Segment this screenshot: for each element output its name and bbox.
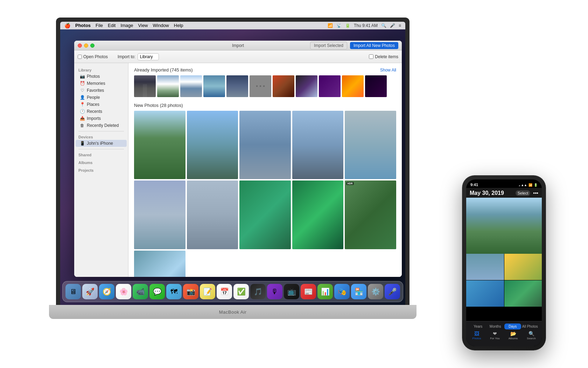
sidebar-item-recents[interactable]: 🕐 Recents [76,108,127,115]
new-photo-1[interactable] [134,111,186,179]
menubar-view[interactable]: View [138,23,148,28]
imported-photo-8[interactable] [296,75,317,97]
search-icon[interactable]: 🔍 [381,23,386,28]
sidebar-imports-label: Imports [87,116,101,121]
iphone-tab-all-photos[interactable]: All Photos [522,323,539,329]
maximize-button[interactable] [90,43,94,48]
dock-finder[interactable]: 🖥 [65,284,81,299]
battery-icon: 🔋 [345,23,350,28]
close-button[interactable] [78,43,82,48]
iphone-main-photo[interactable] [466,198,542,254]
hdr-badge: HDR [346,182,354,185]
sidebar-item-imports[interactable]: 📥 Imports [76,115,127,122]
dock-photos2[interactable]: 📸 [183,284,198,299]
iphone-grid-photo-2[interactable] [504,254,542,280]
imported-photo-4[interactable] [203,75,225,97]
control-center-icon[interactable]: ≡ [399,23,401,28]
delete-items-checkbox[interactable] [369,54,373,59]
new-photo-2[interactable] [187,111,238,179]
dock-messages[interactable]: 💬 [149,284,165,299]
iphone-nav-albums[interactable]: 📂 Albums [504,331,522,340]
imported-photo-7[interactable] [273,75,294,97]
sidebar-item-memories[interactable]: ⏰ Memories [76,80,127,87]
dock-photos[interactable]: 🌸 [116,284,131,299]
dock-news[interactable]: 📰 [301,284,316,299]
iphone-body: 9:41 ▲▲▲ 📶 🔋 May 30, 2019 Select ••• [462,175,546,350]
new-photo-5[interactable] [345,111,396,179]
iphone-grid-photo-4[interactable] [504,280,542,307]
new-photo-7[interactable] [187,180,238,249]
import-to-select[interactable]: Library [138,53,159,60]
siri-icon[interactable]: 🎤 [390,23,395,28]
sidebar-item-recently-deleted[interactable]: 🗑 Recently Deleted [76,122,127,129]
projects-label: Projects [74,167,128,173]
menubar-image[interactable]: Image [120,23,133,28]
new-photo-11[interactable] [134,251,186,277]
iphone-screen: 9:41 ▲▲▲ 📶 🔋 May 30, 2019 Select ••• [466,179,542,346]
imported-photo-10[interactable] [342,75,364,97]
new-photos-grid: HDR [134,111,396,277]
dock-safari[interactable]: 🧭 [99,284,114,299]
new-photo-9[interactable] [292,180,344,249]
sidebar-item-favorites[interactable]: ♡ Favorites [76,87,127,94]
iphone-nav-foryou[interactable]: ❤ For You [486,331,504,340]
dock-numbers[interactable]: 📊 [317,284,333,299]
delete-items-label: Delete items [375,54,398,59]
sidebar-item-photos[interactable]: 📷 Photos [76,73,127,80]
iphone-nav-photos[interactable]: 🖼 Photos [468,331,486,340]
dock-notes[interactable]: 📝 [200,284,215,299]
menubar-file[interactable]: File [96,23,103,28]
dock-calendar[interactable]: 📅 [217,284,232,299]
window-controls [78,43,94,48]
dock-music[interactable]: 🎵 [250,284,266,299]
new-photo-10[interactable]: HDR [345,180,396,249]
sidebar-item-people[interactable]: 👤 People [76,94,127,101]
import-to-container: Import to: Library [118,53,159,60]
show-all-link[interactable]: Show All [380,68,396,73]
open-photos-checkbox[interactable] [78,55,82,59]
dock-siri[interactable]: 🎤 [385,284,400,299]
minimize-button[interactable] [84,43,88,48]
dock-settings[interactable]: ⚙️ [368,284,383,299]
menubar-edit[interactable]: Edit [108,23,115,28]
dock-maps[interactable]: 🗺 [166,284,182,299]
menubar-help[interactable]: Help [174,23,183,28]
imported-photo-6[interactable]: • • • [250,75,271,97]
imported-photo-5[interactable] [226,75,248,97]
new-photo-6[interactable] [134,180,186,249]
dock-reminders[interactable]: ✅ [233,284,249,299]
imported-photo-11[interactable] [365,75,387,97]
dock-appstore[interactable]: 🏪 [351,284,366,299]
wallpaper: Import Import Selected Import All New Ph… [60,29,405,305]
new-photo-4[interactable] [292,111,344,179]
import-all-button[interactable]: Import All New Photos [350,42,398,49]
menubar-app-name[interactable]: Photos [75,23,91,28]
imported-photo-3[interactable] [180,75,202,97]
window-content: Library 📷 Photos ⏰ Memories [74,63,402,277]
new-photos-title: New Photos (28 photos) [134,103,183,108]
dock-podcast[interactable]: 🎙 [267,284,282,299]
imported-photo-9[interactable] [319,75,341,97]
new-photo-3[interactable] [239,111,291,179]
import-selected-button[interactable]: Import Selected [310,42,347,49]
iphone-select-button[interactable]: Select [516,190,531,196]
dock-launchpad[interactable]: 🚀 [82,284,98,299]
imported-photo-1[interactable] [134,75,156,97]
imported-photo-2[interactable] [157,75,179,97]
sidebar-separator-2 [78,149,124,149]
sidebar-item-places[interactable]: 📍 Places [76,101,127,108]
dock-keynote[interactable]: 🎭 [334,284,350,299]
iphone-grid-photo-3[interactable] [466,280,504,307]
new-photo-8[interactable] [239,180,291,249]
iphone-more-button[interactable]: ••• [533,190,538,196]
iphone-tab-months[interactable]: Months [487,323,504,329]
menubar-window[interactable]: Window [153,23,169,28]
iphone-tab-years[interactable]: Years [470,323,486,329]
iphone-grid-photo-1[interactable] [466,254,504,280]
dock-appletv[interactable]: 📺 [284,284,299,299]
sidebar-item-iphone[interactable]: 📱 John's iPhone [76,140,127,147]
iphone-nav-search[interactable]: 🔍 Search [522,331,540,340]
iphone-time: 9:41 [470,183,478,187]
iphone-tab-days[interactable]: Days [504,323,521,329]
dock-facetime[interactable]: 📹 [133,284,148,299]
